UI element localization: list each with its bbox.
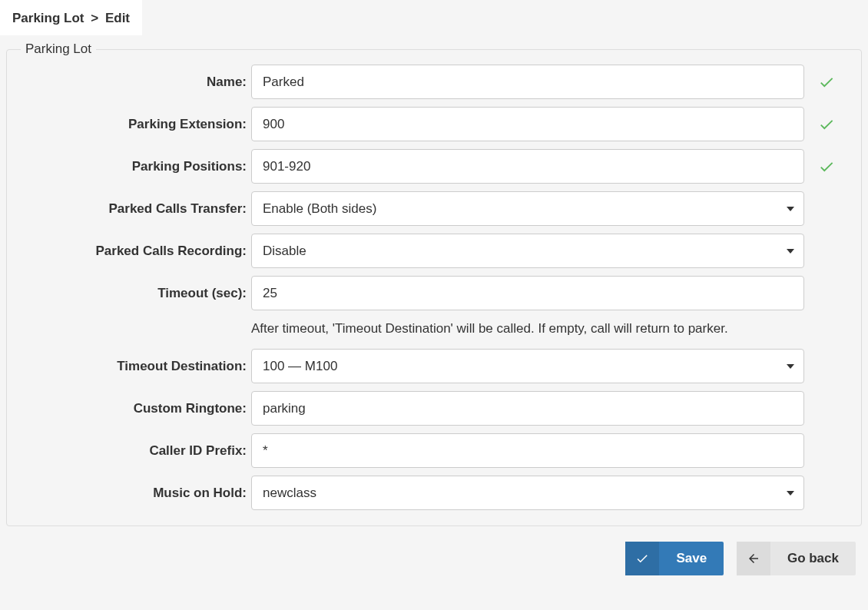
check-icon [818, 74, 835, 91]
arrow-left-icon [737, 542, 770, 575]
caret-down-icon [787, 489, 794, 497]
parked-calls-transfer-label: Parked Calls Transfer: [21, 201, 251, 217]
check-icon [818, 116, 835, 133]
parking-positions-label: Parking Positions: [21, 159, 251, 174]
caret-down-icon [787, 205, 794, 213]
parked-calls-transfer-select[interactable]: Enable (Both sides) [251, 191, 804, 226]
breadcrumb-root[interactable]: Parking Lot [12, 11, 84, 25]
custom-ringtone-label: Custom Ringtone: [21, 401, 251, 416]
parking-extension-label: Parking Extension: [21, 117, 251, 132]
parking-positions-input[interactable] [251, 149, 804, 184]
footer-actions: Save Go back [6, 526, 862, 575]
music-on-hold-select[interactable]: newclass [251, 476, 804, 510]
caller-id-prefix-label: Caller ID Prefix: [21, 443, 251, 459]
select-value: Disable [263, 244, 306, 259]
parking-lot-fieldset: Parking Lot Name: Parking Extension: Par… [6, 41, 862, 526]
parking-extension-input[interactable] [251, 107, 804, 141]
fieldset-legend: Parking Lot [21, 41, 96, 57]
timeout-destination-label: Timeout Destination: [21, 359, 251, 374]
timeout-help-text: After timeout, 'Timeout Destination' wil… [251, 318, 728, 341]
caret-down-icon [787, 363, 794, 370]
custom-ringtone-input[interactable] [251, 391, 804, 426]
go-back-button-label: Go back [770, 542, 856, 575]
check-icon [818, 158, 835, 175]
select-value: 100 — M100 [263, 359, 337, 374]
chevron-right-icon: > [91, 11, 98, 25]
name-input[interactable] [251, 65, 804, 99]
check-icon [625, 542, 659, 575]
save-button-label: Save [659, 542, 724, 575]
caret-down-icon [787, 247, 794, 255]
parked-calls-recording-label: Parked Calls Recording: [21, 244, 251, 259]
select-value: Enable (Both sides) [263, 201, 376, 217]
music-on-hold-label: Music on Hold: [21, 486, 251, 501]
parked-calls-recording-select[interactable]: Disable [251, 234, 804, 268]
breadcrumb: Parking Lot > Edit [0, 0, 142, 35]
timeout-destination-select[interactable]: 100 — M100 [251, 349, 804, 383]
caller-id-prefix-input[interactable] [251, 433, 804, 468]
timeout-input[interactable] [251, 276, 804, 310]
save-button[interactable]: Save [625, 542, 724, 575]
timeout-label: Timeout (sec): [21, 286, 251, 301]
go-back-button[interactable]: Go back [737, 542, 856, 575]
breadcrumb-current: Edit [105, 11, 130, 25]
select-value: newclass [263, 486, 316, 501]
name-label: Name: [21, 75, 251, 90]
